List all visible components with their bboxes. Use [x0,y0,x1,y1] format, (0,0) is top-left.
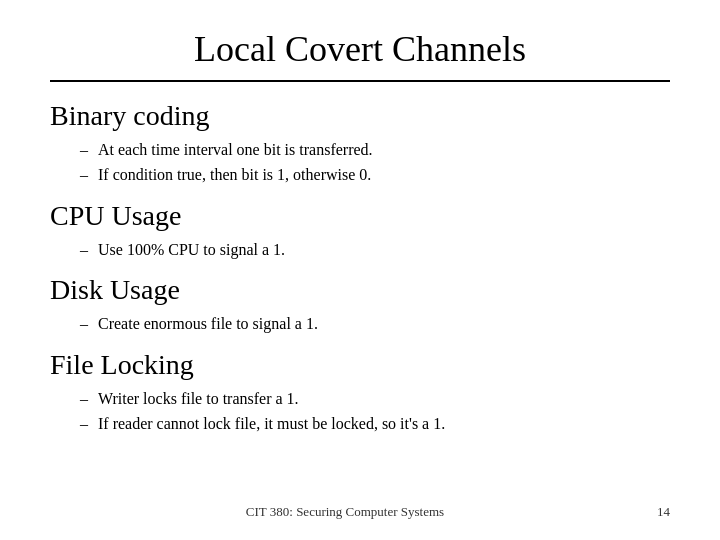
footer-page: 14 [640,504,670,520]
list-item: Create enormous file to signal a 1. [80,312,670,337]
heading-binary-coding: Binary coding [50,100,670,132]
title-divider [50,80,670,82]
list-item: At each time interval one bit is transfe… [80,138,670,163]
heading-cpu-usage: CPU Usage [50,200,670,232]
section-cpu-usage: CPU Usage Use 100% CPU to signal a 1. [50,200,670,275]
slide-footer: CIT 380: Securing Computer Systems 14 [50,496,670,520]
list-item: Use 100% CPU to signal a 1. [80,238,670,263]
bullets-file-locking: Writer locks file to transfer a 1. If re… [80,387,670,437]
bullets-disk-usage: Create enormous file to signal a 1. [80,312,670,337]
heading-file-locking: File Locking [50,349,670,381]
section-file-locking: File Locking Writer locks file to transf… [50,349,670,449]
slide: Local Covert Channels Binary coding At e… [0,0,720,540]
bullets-cpu-usage: Use 100% CPU to signal a 1. [80,238,670,263]
list-item: If condition true, then bit is 1, otherw… [80,163,670,188]
list-item: If reader cannot lock file, it must be l… [80,412,670,437]
list-item: Writer locks file to transfer a 1. [80,387,670,412]
footer-course: CIT 380: Securing Computer Systems [50,504,640,520]
slide-title: Local Covert Channels [50,28,670,70]
section-binary-coding: Binary coding At each time interval one … [50,100,670,200]
bullets-binary-coding: At each time interval one bit is transfe… [80,138,670,188]
heading-disk-usage: Disk Usage [50,274,670,306]
section-disk-usage: Disk Usage Create enormous file to signa… [50,274,670,349]
